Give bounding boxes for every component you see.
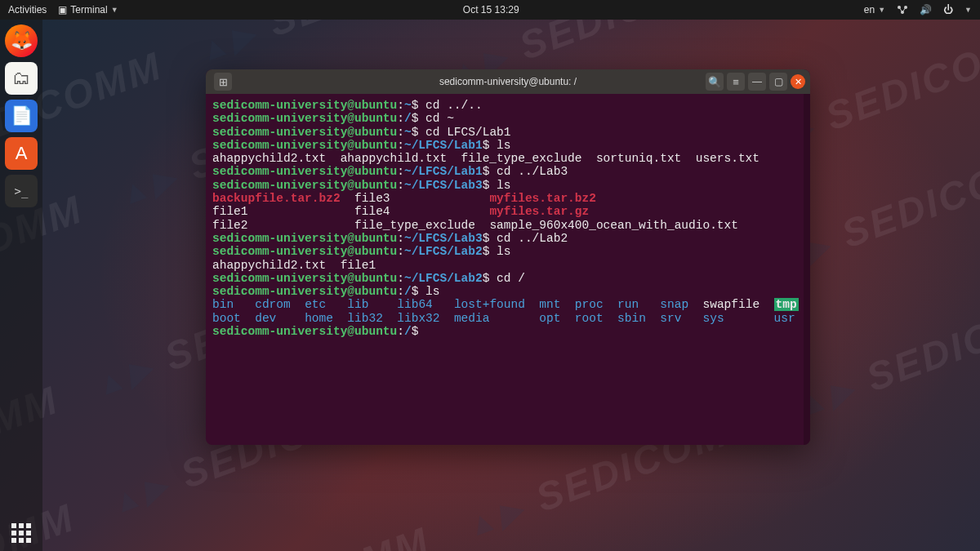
dock-files[interactable]: 🗂 [5, 62, 38, 95]
dock-firefox[interactable]: 🦊 [5, 24, 38, 57]
terminal-content[interactable]: sedicomm-university@ubuntu:~$ cd ../.. s… [206, 94, 810, 445]
gnome-topbar: Activities ▣ Terminal ▼ Oct 15 13:29 en … [0, 0, 980, 20]
app-menu-label: Terminal [70, 4, 107, 16]
terminal-icon: ▣ [58, 4, 67, 16]
maximize-button[interactable]: ▢ [769, 73, 787, 91]
dock-store[interactable]: A [5, 137, 38, 170]
titlebar[interactable]: ⊞ sedicomm-university@ubuntu: / 🔍 ≡ — ▢ … [206, 69, 810, 94]
lang-label: en [864, 4, 875, 16]
clock[interactable]: Oct 15 13:29 [118, 4, 864, 16]
terminal-window: ⊞ sedicomm-university@ubuntu: / 🔍 ≡ — ▢ … [206, 69, 810, 445]
volume-icon[interactable]: 🔊 [920, 4, 932, 16]
minimize-button[interactable]: — [748, 73, 766, 91]
svg-line-3 [899, 7, 902, 12]
app-menu-terminal[interactable]: ▣ Terminal ▼ [58, 4, 118, 16]
close-button[interactable]: ✕ [791, 74, 805, 89]
input-language[interactable]: en ▼ [864, 4, 885, 16]
dock-terminal[interactable]: >_ [5, 175, 38, 207]
svg-line-4 [902, 7, 906, 12]
search-button[interactable]: 🔍 [706, 73, 724, 91]
dock: 🦊 🗂 📄 A >_ [0, 20, 42, 551]
chevron-down-icon: ▼ [964, 6, 972, 14]
network-icon[interactable] [897, 5, 908, 15]
dock-docs[interactable]: 📄 [5, 100, 38, 132]
activities-button[interactable]: Activities [8, 4, 47, 16]
menu-button[interactable]: ≡ [727, 73, 745, 91]
new-tab-button[interactable]: ⊞ [214, 73, 232, 91]
show-applications[interactable] [11, 523, 31, 543]
chevron-down-icon: ▼ [111, 6, 118, 14]
chevron-down-icon: ▼ [878, 6, 885, 14]
power-icon[interactable]: ⏻ [943, 4, 953, 16]
